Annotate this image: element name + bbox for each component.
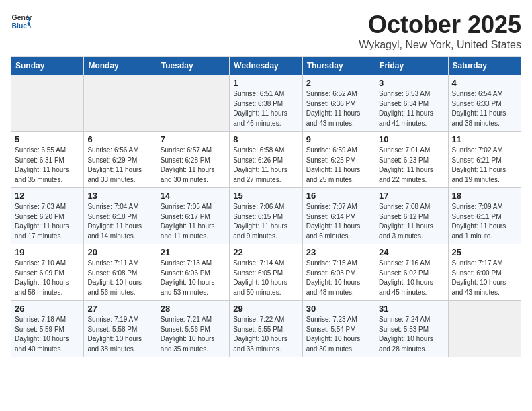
table-row: 23Sunrise: 7:15 AM Sunset: 6:03 PM Dayli… (302, 244, 375, 301)
table-row: 29Sunrise: 7:22 AM Sunset: 5:55 PM Dayli… (230, 301, 302, 357)
table-row: 17Sunrise: 7:08 AM Sunset: 6:12 PM Dayli… (375, 188, 448, 244)
day-number: 5 (15, 134, 80, 144)
table-row: 2Sunrise: 6:52 AM Sunset: 6:36 PM Daylig… (302, 75, 375, 132)
calendar-title: October 2025 (359, 11, 521, 39)
table-row: 7Sunrise: 6:57 AM Sunset: 6:28 PM Daylig… (157, 132, 229, 188)
table-row: 13Sunrise: 7:04 AM Sunset: 6:18 PM Dayli… (84, 188, 157, 244)
day-number: 23 (306, 247, 371, 257)
day-detail: Sunrise: 6:54 AM Sunset: 6:33 PM Dayligh… (452, 89, 517, 128)
table-row: 19Sunrise: 7:10 AM Sunset: 6:09 PM Dayli… (11, 244, 84, 301)
day-detail: Sunrise: 7:15 AM Sunset: 6:03 PM Dayligh… (306, 259, 371, 298)
col-thursday: Thursday (302, 57, 375, 75)
table-row: 28Sunrise: 7:21 AM Sunset: 5:56 PM Dayli… (157, 301, 229, 357)
table-row: 25Sunrise: 7:17 AM Sunset: 6:00 PM Dayli… (448, 244, 521, 301)
day-number: 17 (379, 191, 444, 201)
day-number: 13 (87, 191, 152, 201)
col-tuesday: Tuesday (157, 57, 229, 75)
day-number: 14 (161, 191, 226, 201)
calendar-header-row: Sunday Monday Tuesday Wednesday Thursday… (11, 57, 521, 75)
title-block: October 2025 Wykagyl, New York, United S… (359, 11, 521, 51)
day-detail: Sunrise: 7:05 AM Sunset: 6:17 PM Dayligh… (161, 202, 226, 241)
table-row: 9Sunrise: 6:59 AM Sunset: 6:25 PM Daylig… (302, 132, 375, 188)
day-detail: Sunrise: 6:55 AM Sunset: 6:31 PM Dayligh… (15, 146, 80, 185)
day-number: 15 (233, 191, 298, 201)
table-row: 3Sunrise: 6:53 AM Sunset: 6:34 PM Daylig… (375, 75, 448, 132)
table-row: 24Sunrise: 7:16 AM Sunset: 6:02 PM Dayli… (375, 244, 448, 301)
table-row: 1Sunrise: 6:51 AM Sunset: 6:38 PM Daylig… (230, 75, 302, 132)
table-row: 30Sunrise: 7:23 AM Sunset: 5:54 PM Dayli… (302, 301, 375, 357)
day-number: 1 (233, 78, 298, 88)
day-detail: Sunrise: 7:13 AM Sunset: 6:06 PM Dayligh… (161, 259, 226, 298)
table-row: 27Sunrise: 7:19 AM Sunset: 5:58 PM Dayli… (84, 301, 157, 357)
table-row: 26Sunrise: 7:18 AM Sunset: 5:59 PM Dayli… (11, 301, 84, 357)
table-row: 12Sunrise: 7:03 AM Sunset: 6:20 PM Dayli… (11, 188, 84, 244)
day-number: 22 (233, 247, 298, 257)
day-detail: Sunrise: 7:19 AM Sunset: 5:58 PM Dayligh… (87, 315, 152, 354)
table-row (84, 75, 157, 132)
table-row: 20Sunrise: 7:11 AM Sunset: 6:08 PM Dayli… (84, 244, 157, 301)
day-detail: Sunrise: 7:03 AM Sunset: 6:20 PM Dayligh… (15, 202, 80, 241)
day-number: 18 (452, 191, 517, 201)
day-detail: Sunrise: 7:01 AM Sunset: 6:23 PM Dayligh… (379, 146, 444, 185)
table-row: 22Sunrise: 7:14 AM Sunset: 6:05 PM Dayli… (230, 244, 302, 301)
day-number: 9 (306, 134, 371, 144)
day-detail: Sunrise: 7:24 AM Sunset: 5:53 PM Dayligh… (379, 315, 444, 354)
day-detail: Sunrise: 7:04 AM Sunset: 6:18 PM Dayligh… (87, 202, 152, 241)
col-friday: Friday (375, 57, 448, 75)
day-detail: Sunrise: 7:06 AM Sunset: 6:15 PM Dayligh… (233, 202, 298, 241)
day-number: 8 (233, 134, 298, 144)
col-wednesday: Wednesday (230, 57, 302, 75)
calendar-week-row: 26Sunrise: 7:18 AM Sunset: 5:59 PM Dayli… (11, 301, 521, 357)
day-detail: Sunrise: 7:10 AM Sunset: 6:09 PM Dayligh… (15, 259, 80, 298)
day-detail: Sunrise: 7:18 AM Sunset: 5:59 PM Dayligh… (15, 315, 80, 354)
day-number: 19 (15, 247, 80, 257)
day-detail: Sunrise: 6:53 AM Sunset: 6:34 PM Dayligh… (379, 89, 444, 128)
day-number: 28 (161, 304, 226, 314)
day-detail: Sunrise: 7:09 AM Sunset: 6:11 PM Dayligh… (452, 202, 517, 241)
day-number: 27 (87, 304, 152, 314)
day-number: 25 (452, 247, 517, 257)
day-detail: Sunrise: 7:07 AM Sunset: 6:14 PM Dayligh… (306, 202, 371, 241)
table-row: 31Sunrise: 7:24 AM Sunset: 5:53 PM Dayli… (375, 301, 448, 357)
day-number: 31 (379, 304, 444, 314)
table-row: 11Sunrise: 7:02 AM Sunset: 6:21 PM Dayli… (448, 132, 521, 188)
day-number: 16 (306, 191, 371, 201)
table-row: 5Sunrise: 6:55 AM Sunset: 6:31 PM Daylig… (11, 132, 84, 188)
col-monday: Monday (84, 57, 157, 75)
day-detail: Sunrise: 7:08 AM Sunset: 6:12 PM Dayligh… (379, 202, 444, 241)
day-detail: Sunrise: 7:23 AM Sunset: 5:54 PM Dayligh… (306, 315, 371, 354)
day-number: 10 (379, 134, 444, 144)
table-row (157, 75, 229, 132)
table-row (448, 301, 521, 357)
day-number: 29 (233, 304, 298, 314)
table-row: 4Sunrise: 6:54 AM Sunset: 6:33 PM Daylig… (448, 75, 521, 132)
day-number: 20 (87, 247, 152, 257)
day-detail: Sunrise: 7:14 AM Sunset: 6:05 PM Dayligh… (233, 259, 298, 298)
day-detail: Sunrise: 7:02 AM Sunset: 6:21 PM Dayligh… (452, 146, 517, 185)
day-detail: Sunrise: 6:56 AM Sunset: 6:29 PM Dayligh… (87, 146, 152, 185)
table-row: 15Sunrise: 7:06 AM Sunset: 6:15 PM Dayli… (230, 188, 302, 244)
day-detail: Sunrise: 6:51 AM Sunset: 6:38 PM Dayligh… (233, 89, 298, 128)
table-row: 18Sunrise: 7:09 AM Sunset: 6:11 PM Dayli… (448, 188, 521, 244)
calendar-week-row: 1Sunrise: 6:51 AM Sunset: 6:38 PM Daylig… (11, 75, 521, 132)
logo-icon: General Blue (11, 11, 32, 32)
day-number: 2 (306, 78, 371, 88)
day-number: 26 (15, 304, 80, 314)
day-detail: Sunrise: 6:58 AM Sunset: 6:26 PM Dayligh… (233, 146, 298, 185)
day-detail: Sunrise: 7:21 AM Sunset: 5:56 PM Dayligh… (161, 315, 226, 354)
table-row: 10Sunrise: 7:01 AM Sunset: 6:23 PM Dayli… (375, 132, 448, 188)
day-detail: Sunrise: 7:11 AM Sunset: 6:08 PM Dayligh… (87, 259, 152, 298)
day-number: 6 (87, 134, 152, 144)
day-detail: Sunrise: 7:22 AM Sunset: 5:55 PM Dayligh… (233, 315, 298, 354)
col-sunday: Sunday (11, 57, 84, 75)
table-row: 6Sunrise: 6:56 AM Sunset: 6:29 PM Daylig… (84, 132, 157, 188)
table-row: 16Sunrise: 7:07 AM Sunset: 6:14 PM Dayli… (302, 188, 375, 244)
day-number: 4 (452, 78, 517, 88)
logo: General Blue (11, 11, 32, 32)
day-number: 12 (15, 191, 80, 201)
day-detail: Sunrise: 7:16 AM Sunset: 6:02 PM Dayligh… (379, 259, 444, 298)
calendar-week-row: 12Sunrise: 7:03 AM Sunset: 6:20 PM Dayli… (11, 188, 521, 244)
day-number: 24 (379, 247, 444, 257)
table-row: 21Sunrise: 7:13 AM Sunset: 6:06 PM Dayli… (157, 244, 229, 301)
day-number: 21 (161, 247, 226, 257)
